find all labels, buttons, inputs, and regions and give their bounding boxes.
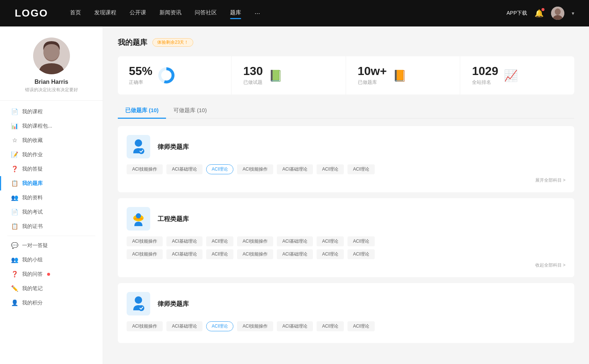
sidebar-label: 我的积分: [22, 300, 43, 306]
svg-point-10: [136, 213, 141, 218]
svg-point-12: [138, 305, 144, 311]
tag-active[interactable]: ACI理论: [206, 164, 233, 174]
tag[interactable]: ACI技能操作: [127, 164, 163, 174]
sidebar-label: 我的收藏: [22, 137, 43, 144]
tag[interactable]: ACI基础理论: [277, 321, 313, 331]
app-download-button[interactable]: APP下载: [507, 10, 527, 17]
tag-active[interactable]: ACI理论: [206, 321, 233, 331]
tabs: 已做题库 (10) 可做题库 (10): [118, 103, 574, 119]
avatar[interactable]: [551, 7, 564, 20]
tag[interactable]: ACI基础理论: [166, 249, 202, 259]
bank-icon: 📋: [11, 180, 18, 187]
stat-accuracy: 55% 正确率: [118, 56, 232, 94]
navbar: LOGO 首页 发现课程 公开课 新闻资讯 问答社区 题库 ··· APP下载 …: [0, 0, 589, 26]
tag[interactable]: ACI理论: [348, 164, 375, 174]
tag[interactable]: ACI理论: [317, 249, 344, 259]
bank-icon-engineer: [127, 207, 150, 231]
sidebar-item-group[interactable]: 👥 我的小组: [0, 253, 103, 267]
sidebar-item-notes[interactable]: ✏️ 我的笔记: [0, 281, 103, 296]
sidebar-item-my-qa[interactable]: ❓ 我的问答: [0, 267, 103, 281]
sidebar-label: 我的考试: [22, 209, 43, 215]
svg-point-11: [135, 296, 142, 304]
svg-point-1: [555, 8, 561, 15]
sidebar-item-my-course[interactable]: 📄 我的课程: [0, 104, 103, 119]
nav-open-course[interactable]: 公开课: [130, 9, 146, 18]
stat-info: 130 已做试题: [243, 65, 263, 86]
tag[interactable]: ACI技能操作: [237, 164, 273, 174]
tag[interactable]: ACI技能操作: [237, 321, 273, 331]
tag[interactable]: ACI理论: [317, 236, 344, 246]
sidebar-item-points[interactable]: 👤 我的积分: [0, 296, 103, 310]
stat-label: 全站排名: [472, 79, 498, 86]
profile-icon: 👥: [11, 194, 18, 201]
tag[interactable]: ACI基础理论: [277, 249, 313, 259]
sidebar-label: 我的作业: [22, 151, 43, 158]
chat-icon: 💬: [11, 242, 18, 249]
tag[interactable]: ACI基础理论: [277, 164, 313, 174]
tag[interactable]: ACI理论: [206, 249, 233, 259]
expand-link[interactable]: 展开全部科目 >: [127, 177, 565, 183]
bank-title: 律师类题库: [158, 300, 189, 308]
chart-red-icon: 📈: [504, 69, 518, 82]
nav-qa[interactable]: 问答社区: [195, 9, 217, 18]
bank-title: 律师类题库: [158, 143, 189, 151]
tag[interactable]: ACI基础理论: [277, 236, 313, 246]
tag[interactable]: ACI理论: [348, 249, 375, 259]
main-content: 我的题库 体验剩余23天！ 55% 正确率 130 已做试题 📗: [103, 26, 589, 364]
nav-home[interactable]: 首页: [70, 9, 81, 18]
sidebar-item-certificate[interactable]: 📋 我的证书: [0, 219, 103, 233]
sidebar-label: 我的题库: [22, 180, 43, 187]
certificate-icon: 📋: [11, 223, 18, 230]
stat-label: 正确率: [129, 79, 152, 86]
sidebar-item-profile[interactable]: 👥 我的资料: [0, 190, 103, 205]
bank-card-header: 律师类题库: [127, 292, 565, 315]
tag[interactable]: ACI技能操作: [237, 236, 273, 246]
tag[interactable]: ACI理论: [317, 164, 344, 174]
sidebar-label: 我的证书: [22, 223, 43, 230]
tag[interactable]: ACI技能操作: [127, 236, 163, 246]
sidebar-profile: Brian Harris 错误的决定比没有决定要好: [0, 38, 103, 101]
stat-info: 10w+ 已做题库: [358, 65, 387, 86]
tag[interactable]: ACI理论: [206, 236, 233, 246]
tag[interactable]: ACI技能操作: [127, 249, 163, 259]
tag[interactable]: ACI技能操作: [127, 321, 163, 331]
bank-card-header: 律师类题库: [127, 135, 565, 158]
nav-bank[interactable]: 题库: [230, 9, 241, 18]
sidebar-label: 我的课程: [22, 108, 43, 115]
notification-bell[interactable]: 🔔: [535, 9, 544, 18]
nav-more[interactable]: ···: [254, 10, 260, 17]
sidebar-item-one-on-one[interactable]: 💬 一对一答疑: [0, 238, 103, 253]
sidebar-item-exam[interactable]: 📄 我的考试: [0, 205, 103, 219]
sidebar-item-homework[interactable]: 📝 我的作业: [0, 147, 103, 162]
tab-todo[interactable]: 可做题库 (10): [166, 103, 214, 119]
bank-card-engineer: 工程类题库 ACI技能操作 ACI基础理论 ACI理论 ACI技能操作 ACI基…: [118, 198, 574, 277]
tags-row-2: ACI技能操作 ACI基础理论 ACI理论 ACI技能操作 ACI基础理论 AC…: [127, 249, 565, 259]
sidebar-item-my-bank[interactable]: 📋 我的题库: [0, 176, 103, 190]
sidebar: Brian Harris 错误的决定比没有决定要好 📄 我的课程 📊 我的课程包…: [0, 26, 103, 364]
collapse-link[interactable]: 收起全部科目 >: [127, 262, 565, 268]
bank-card-lawyer-2: 律师类题库 ACI技能操作 ACI基础理论 ACI理论 ACI技能操作 ACI基…: [118, 283, 574, 343]
tag[interactable]: ACI基础理论: [166, 236, 202, 246]
chart-icon: 📊: [11, 122, 18, 129]
nav-news[interactable]: 新闻资讯: [159, 9, 181, 18]
doc-green-icon: 📗: [269, 69, 282, 82]
tab-done[interactable]: 已做题库 (10): [118, 103, 166, 119]
tag[interactable]: ACI理论: [348, 321, 375, 331]
qa-icon: ❓: [11, 271, 18, 278]
sidebar-item-course-package[interactable]: 📊 我的课程包...: [0, 119, 103, 133]
tag[interactable]: ACI理论: [317, 321, 344, 331]
sidebar-item-qa[interactable]: ❓ 我的答疑: [0, 162, 103, 176]
sidebar-label: 我的问答: [22, 271, 43, 278]
chevron-down-icon[interactable]: ▾: [572, 10, 574, 16]
tag[interactable]: ACI技能操作: [237, 249, 273, 259]
stat-value: 55%: [129, 65, 152, 77]
nav-discover[interactable]: 发现课程: [94, 9, 116, 18]
tag[interactable]: ACI基础理论: [166, 321, 202, 331]
tags-row-1: ACI技能操作 ACI基础理论 ACI理论 ACI技能操作 ACI基础理论 AC…: [127, 236, 565, 246]
sidebar-label: 我的资料: [22, 195, 43, 201]
stat-value: 10w+: [358, 65, 387, 77]
tag[interactable]: ACI理论: [348, 236, 375, 246]
sidebar-item-collection[interactable]: ☆ 我的收藏: [0, 133, 103, 147]
question-icon: ❓: [11, 165, 18, 172]
tag[interactable]: ACI基础理论: [166, 164, 202, 174]
